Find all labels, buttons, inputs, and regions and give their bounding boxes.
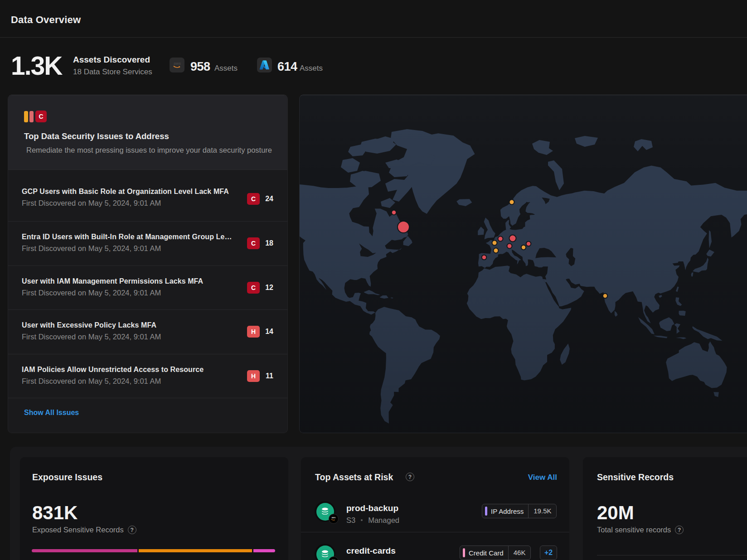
svg-text:aws: aws xyxy=(331,517,335,519)
svg-text:aws: aws xyxy=(173,61,180,65)
